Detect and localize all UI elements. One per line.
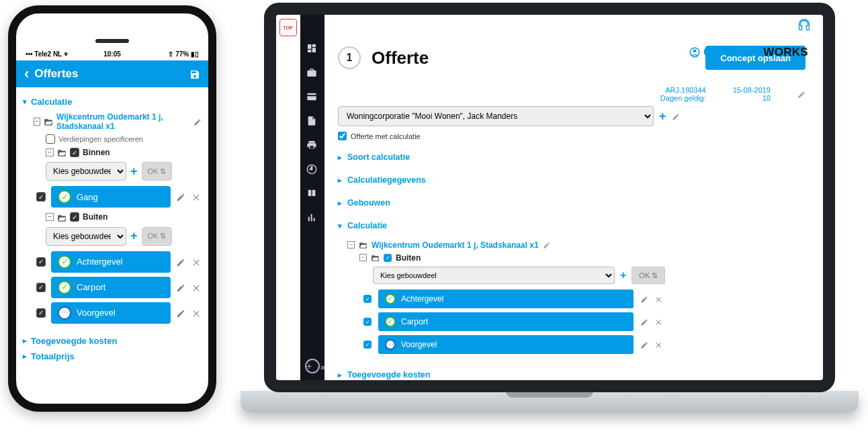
tree-buiten-row[interactable]: − ✓ Buiten <box>46 212 202 222</box>
section-calculatie[interactable]: ▾ Calculatie <box>23 97 202 107</box>
acc-calculatie[interactable]: ▾Calculatie <box>338 217 806 234</box>
pencil-icon[interactable] <box>176 281 185 292</box>
nav-cards-icon[interactable] <box>306 91 318 102</box>
phone-header: ‹ Offertes <box>16 60 208 87</box>
collapse-icon[interactable]: − <box>34 118 40 126</box>
offerte-calc-checkbox[interactable]: Offerte met calculatie <box>338 132 806 140</box>
svg-point-1 <box>693 50 697 53</box>
checkbox-checked[interactable]: ✓ <box>36 283 46 292</box>
sidebar-nav: + » <box>300 15 324 380</box>
item-pill[interactable]: ✓Carport <box>378 312 634 331</box>
pencil-icon[interactable] <box>797 89 806 99</box>
checkbox-input[interactable] <box>338 132 347 140</box>
nav-dashboard-icon[interactable] <box>306 43 318 54</box>
project-link[interactable]: Wijkcentrum Oudemarkt 1 j, Stadskanaal x… <box>372 240 539 250</box>
item-pill[interactable]: ⋯Voorgevel <box>378 335 634 354</box>
plus-icon[interactable]: + <box>130 229 138 243</box>
pencil-icon[interactable] <box>176 256 185 267</box>
checkbox-checked[interactable]: ✓ <box>70 148 79 157</box>
check-circle-icon: ✓ <box>385 316 396 327</box>
section-totaalprijs[interactable]: ▸ Totaalprijs <box>23 351 202 361</box>
checkbox-checked[interactable]: ✓ <box>363 295 372 303</box>
close-icon[interactable] <box>192 256 202 267</box>
chevron-down-icon: ▾ <box>338 222 342 230</box>
save-icon[interactable] <box>189 68 200 80</box>
ok-button[interactable]: OK ⇅ <box>632 267 665 284</box>
phone-statusbar: ••• Tele2 NL ᯤ 10:05 ⇧ 77% ▮▯ <box>16 47 208 60</box>
close-icon[interactable] <box>655 294 663 304</box>
brand-logo: CANNON WORKS <box>689 46 808 59</box>
client-select[interactable]: Woningcorporatie "Mooi Wonen", Jack Mand… <box>338 106 654 126</box>
collapse-icon[interactable]: − <box>359 254 367 261</box>
tree-binnen-row[interactable]: − ✓ Binnen <box>46 147 202 158</box>
item-pill[interactable]: ✓Gang <box>51 186 171 208</box>
collapse-icon[interactable]: − <box>347 241 355 249</box>
pencil-icon[interactable] <box>543 240 550 249</box>
collapse-icon[interactable]: − <box>46 213 54 221</box>
plus-icon[interactable]: + <box>620 269 626 281</box>
checkbox-checked[interactable]: ✓ <box>363 341 372 349</box>
brand-icon <box>689 46 701 58</box>
nav-print-icon[interactable] <box>306 140 318 150</box>
nav-book-icon[interactable] <box>306 188 318 199</box>
add-button[interactable]: + <box>305 359 320 373</box>
binnen-label: Binnen <box>83 148 110 157</box>
checkbox-checked[interactable]: ✓ <box>363 318 372 326</box>
item-pill[interactable]: ⋯Voorgevel <box>51 302 171 324</box>
acc-toegevoegde[interactable]: ▸Toegevoegde kosten <box>338 366 806 380</box>
gebouwdeel-select[interactable]: Kies gebouwdeel <box>373 267 615 284</box>
gebouwdeel-select[interactable]: Kies gebouwdeel <box>46 227 126 246</box>
phone-frame: ••• Tele2 NL ᯤ 10:05 ⇧ 77% ▮▯ ‹ Offertes… <box>8 5 216 412</box>
pencil-icon[interactable] <box>176 307 185 318</box>
checkbox-checked[interactable]: ✓ <box>36 192 46 201</box>
plus-icon[interactable]: + <box>130 165 138 179</box>
close-icon[interactable] <box>192 281 202 292</box>
pencil-icon[interactable] <box>176 191 185 202</box>
nav-time-icon[interactable] <box>306 164 318 175</box>
pencil-icon[interactable] <box>193 117 202 126</box>
acc-soort[interactable]: ▸Soort calculatie <box>338 148 806 166</box>
ok-button[interactable]: OK ⇅ <box>142 227 173 246</box>
checkbox-checked[interactable]: ✓ <box>36 308 46 318</box>
project-link[interactable]: Wijkcentrum Oudemarkt 1 j, Stadskanaal x… <box>56 112 190 131</box>
item-pill[interactable]: ✓Carport <box>51 277 171 298</box>
app: TOP + » CANNON WORKS <box>276 15 823 380</box>
pencil-icon[interactable] <box>640 317 648 326</box>
collapse-icon[interactable]: − <box>46 148 54 156</box>
plus-icon[interactable]: + <box>659 109 666 124</box>
close-icon[interactable] <box>655 340 663 349</box>
close-icon[interactable] <box>192 191 202 202</box>
nav-docs-icon[interactable] <box>306 116 318 126</box>
pencil-icon[interactable] <box>640 294 648 304</box>
tree-project-row[interactable]: − Wijkcentrum Oudemarkt 1 j, Stadskanaal… <box>347 240 806 250</box>
phone-body: ▾ Calculatie − Wijkcentrum Oudemarkt 1 j… <box>16 87 208 404</box>
back-icon[interactable]: ‹ <box>24 65 29 83</box>
phone-notch <box>16 13 208 47</box>
nav-stats-icon[interactable] <box>306 212 318 223</box>
company-logo[interactable]: TOP <box>279 19 297 36</box>
chevron-right-icon: ▸ <box>338 153 342 162</box>
buiten-select-row: Kies gebouwdeel + OK ⇅ <box>46 227 202 246</box>
gebouwdeel-select[interactable]: Kies gebouwdeel <box>46 162 126 181</box>
checkbox-checked[interactable]: ✓ <box>70 212 79 222</box>
acc-gebouwen[interactable]: ▸Gebouwen <box>338 194 806 212</box>
section-toegevoegde[interactable]: ▸ Toegevoegde kosten <box>23 336 202 346</box>
checkbox-checked[interactable]: ✓ <box>384 254 392 262</box>
acc-gegevens[interactable]: ▸Calculatiegegevens <box>338 171 806 189</box>
pencil-icon[interactable] <box>672 111 680 121</box>
clock-label: 10:05 <box>16 50 208 58</box>
ok-button[interactable]: OK ⇅ <box>142 162 173 181</box>
support-icon[interactable] <box>797 19 811 32</box>
item-pill[interactable]: ✓Achtergevel <box>378 289 634 308</box>
pencil-icon[interactable] <box>640 340 648 349</box>
tree-buiten-row[interactable]: − ✓ Buiten <box>359 253 806 263</box>
verdiepingen-row[interactable]: Verdiepingen specificeren <box>46 134 202 144</box>
checkbox-checked[interactable]: ✓ <box>36 257 46 267</box>
close-icon[interactable] <box>192 307 202 318</box>
item-pill[interactable]: ✓Achtergevel <box>51 251 171 273</box>
chevron-right-icon: ▸ <box>338 371 342 379</box>
checkbox[interactable] <box>46 134 55 144</box>
close-icon[interactable] <box>655 317 663 326</box>
tree-project-row[interactable]: − Wijkcentrum Oudemarkt 1 j, Stadskanaal… <box>34 112 202 131</box>
nav-projects-icon[interactable] <box>306 67 318 78</box>
